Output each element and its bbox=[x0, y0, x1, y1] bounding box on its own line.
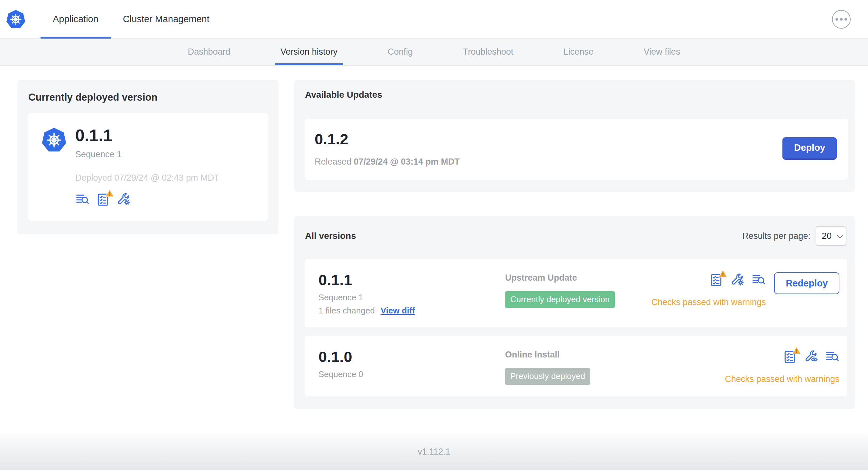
row-source-label: Upstream Update bbox=[505, 273, 651, 283]
update-released-at: Released 07/29/24 @ 03:14 pm MDT bbox=[315, 157, 460, 167]
version-row-source: Upstream Update Currently deployed versi… bbox=[505, 271, 651, 308]
checks-status-text: Checks passed with warnings bbox=[651, 297, 766, 307]
results-per-page: Results per page: 20 bbox=[742, 226, 846, 246]
current-version-column: Currently deployed version bbox=[18, 80, 279, 234]
chevron-down-icon bbox=[837, 232, 843, 238]
row-source-label: Online Install bbox=[505, 350, 725, 360]
subnav-tab-view-files[interactable]: View files bbox=[638, 39, 686, 65]
currently-deployed-title: Currently deployed version bbox=[28, 92, 268, 103]
subnav-tab-license[interactable]: License bbox=[558, 39, 599, 65]
available-update-info: 0.1.2 Released 07/29/24 @ 03:14 pm MDT bbox=[315, 130, 460, 167]
results-per-page-label: Results per page: bbox=[742, 231, 810, 241]
subnav-tab-troubleshoot[interactable]: Troubleshoot bbox=[458, 39, 519, 65]
row-version-number: 0.1.0 bbox=[318, 348, 505, 366]
checks-status-text: Checks passed with warnings bbox=[725, 374, 839, 384]
top-navbar: Application Cluster Management bbox=[0, 0, 868, 39]
all-versions-header: All versions Results per page: 20 bbox=[305, 226, 847, 246]
row-sequence: Sequence 0 bbox=[318, 369, 505, 379]
available-update-row: 0.1.2 Released 07/29/24 @ 03:14 pm MDT D… bbox=[305, 119, 848, 180]
version-row: 0.1.0 Sequence 0 Online Install Previous… bbox=[305, 336, 847, 396]
ellipsis-icon bbox=[836, 18, 838, 21]
edit-config-icon[interactable] bbox=[117, 192, 131, 207]
available-updates-card: Available Updates 0.1.2 Released 07/29/2… bbox=[294, 80, 855, 192]
version-row-info: 0.1.1 Sequence 1 1 files changed View di… bbox=[318, 271, 505, 316]
all-versions-title: All versions bbox=[305, 231, 356, 241]
logs-icon[interactable] bbox=[75, 192, 89, 207]
console-version-label: v1.112.1 bbox=[417, 447, 451, 457]
redeploy-button[interactable]: Redeploy bbox=[774, 272, 839, 294]
tab-cluster-management-label: Cluster Management bbox=[123, 14, 210, 25]
tab-application[interactable]: Application bbox=[40, 0, 111, 38]
version-row-actions: Checks passed with warnings Redeploy bbox=[651, 271, 839, 307]
version-row-actions: Checks passed with warnings bbox=[725, 348, 839, 384]
row-files-changed: 1 files changed View diff bbox=[318, 306, 505, 316]
current-version-info: 0.1.1 Sequence 1 Deployed 07/29/24 @ 02:… bbox=[75, 126, 219, 207]
all-versions-card: All versions Results per page: 20 0.1.1 … bbox=[294, 216, 855, 409]
admin-console-page: Application Cluster Management Dashboard… bbox=[0, 0, 868, 470]
view-diff-link[interactable]: View diff bbox=[381, 306, 415, 316]
edit-config-icon[interactable] bbox=[730, 272, 744, 288]
kubernetes-logo-icon bbox=[6, 0, 26, 38]
subnav-tab-version-history[interactable]: Version history bbox=[275, 39, 343, 65]
row-version-number: 0.1.1 bbox=[318, 271, 505, 289]
results-per-page-select[interactable]: 20 bbox=[815, 226, 846, 246]
app-subnav: Dashboard Version history Config Trouble… bbox=[0, 39, 868, 66]
deploy-button[interactable]: Deploy bbox=[782, 137, 837, 160]
update-version-number: 0.1.2 bbox=[315, 130, 460, 148]
tab-application-label: Application bbox=[53, 14, 98, 25]
versions-column: Available Updates 0.1.2 Released 07/29/2… bbox=[294, 80, 855, 409]
version-row-source: Online Install Previously deployed bbox=[505, 348, 725, 385]
preflight-checks-warning-icon[interactable] bbox=[96, 193, 110, 207]
preflight-checks-warning-icon[interactable] bbox=[709, 273, 723, 287]
subnav-tab-dashboard[interactable]: Dashboard bbox=[182, 39, 236, 65]
row-action-icons bbox=[783, 349, 839, 365]
version-row-info: 0.1.0 Sequence 0 bbox=[318, 348, 505, 379]
current-version-actions bbox=[75, 192, 219, 207]
available-updates-title: Available Updates bbox=[305, 90, 848, 100]
current-version-number: 0.1.1 bbox=[75, 126, 219, 145]
view-config-icon[interactable] bbox=[804, 349, 818, 365]
warning-triangle-icon bbox=[104, 188, 115, 198]
version-history-content: Currently deployed version bbox=[0, 66, 868, 409]
tab-cluster-management[interactable]: Cluster Management bbox=[111, 0, 222, 38]
version-row: 0.1.1 Sequence 1 1 files changed View di… bbox=[305, 259, 847, 327]
row-icons-and-status: Checks passed with warnings bbox=[651, 272, 766, 307]
current-version-deployed-at: Deployed 07/29/24 @ 02:43 pm MDT bbox=[75, 173, 219, 183]
row-action-icons bbox=[709, 272, 766, 288]
currently-deployed-inner-card: 0.1.1 Sequence 1 Deployed 07/29/24 @ 02:… bbox=[28, 113, 268, 221]
logs-icon[interactable] bbox=[751, 272, 766, 288]
console-footer: v1.112.1 bbox=[0, 433, 868, 470]
currently-deployed-card: Currently deployed version bbox=[18, 80, 279, 234]
subnav-tab-config[interactable]: Config bbox=[382, 39, 418, 65]
status-badge: Currently deployed version bbox=[505, 291, 615, 308]
logs-icon[interactable] bbox=[825, 349, 839, 365]
kubernetes-app-icon bbox=[41, 127, 67, 207]
preflight-checks-warning-icon[interactable] bbox=[783, 350, 797, 364]
row-icons-and-status: Checks passed with warnings bbox=[725, 349, 839, 384]
status-badge: Previously deployed bbox=[505, 368, 590, 385]
warning-triangle-icon bbox=[792, 345, 802, 356]
current-version-sequence: Sequence 1 bbox=[75, 149, 219, 160]
warning-triangle-icon bbox=[718, 268, 728, 279]
overflow-menu-button[interactable] bbox=[832, 10, 850, 29]
row-sequence: Sequence 1 bbox=[318, 293, 505, 303]
